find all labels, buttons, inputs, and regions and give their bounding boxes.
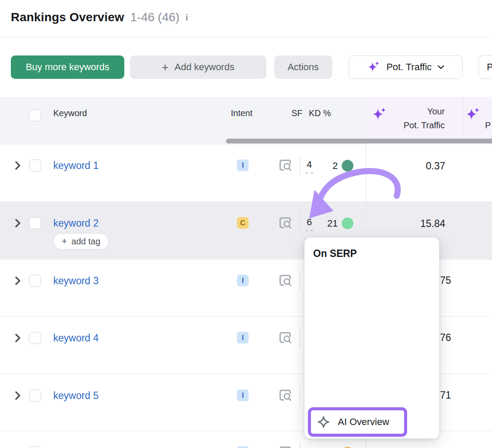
row-checkbox[interactable] <box>29 390 41 402</box>
row-checkbox[interactable] <box>29 159 41 172</box>
pot-traffic-value: 0.37 <box>366 160 445 172</box>
serp-features-icon[interactable] <box>279 217 292 229</box>
kd-difficulty-dot <box>342 160 353 172</box>
expand-chevron-icon[interactable] <box>14 333 21 343</box>
plus-icon: + <box>62 237 67 246</box>
intent-badge: C <box>237 217 249 229</box>
column-header-intent[interactable]: Intent <box>231 108 252 118</box>
column-header-your[interactable]: Your <box>366 107 445 117</box>
cell-divider <box>300 442 300 448</box>
keyword-link[interactable]: keyword 2 <box>53 218 99 229</box>
intent-badge: I <box>237 275 249 286</box>
ai-sparkles-icon <box>366 60 381 75</box>
keyword-link[interactable]: keyword 4 <box>53 332 99 344</box>
buy-more-keywords-button[interactable]: Buy more keywords <box>11 55 124 79</box>
row-checkbox[interactable] <box>29 275 41 287</box>
info-icon[interactable]: i <box>185 12 188 23</box>
ai-overview-icon <box>317 416 330 429</box>
kd-difficulty-dot <box>342 218 353 229</box>
column-divider <box>366 144 366 201</box>
kd-value: 21 <box>316 218 338 229</box>
pot-traffic-dropdown[interactable]: Pot. Traffic <box>349 55 463 79</box>
popup-heading: On SERP <box>313 248 357 260</box>
serp-features-icon[interactable] <box>279 331 292 344</box>
serp-features-icon[interactable] <box>279 446 292 448</box>
intent-badge: I <box>237 159 249 171</box>
select-all-checkbox[interactable] <box>29 109 41 121</box>
column-header-partial[interactable]: P <box>485 120 491 130</box>
serp-features-icon[interactable] <box>279 159 292 171</box>
rankings-overview-page: Rankings Overview 1-46 (46) i Buy more k… <box>0 0 492 448</box>
pot-traffic-value-partial: 71 <box>440 390 451 401</box>
keyword-link[interactable]: keyword 5 <box>53 390 99 402</box>
row-checkbox[interactable] <box>29 217 41 229</box>
pot-traffic-label: Pot. Traffic <box>386 62 432 73</box>
expand-chevron-icon[interactable] <box>14 160 21 171</box>
menu-item-label: AI Overview <box>338 416 389 428</box>
result-range: 1-46 (46) <box>130 10 180 24</box>
plus-icon: + <box>162 62 168 73</box>
cell-divider <box>300 270 300 291</box>
row-checkbox[interactable] <box>29 332 41 344</box>
column-header-keyword[interactable]: Keyword <box>53 108 87 118</box>
keyword-link[interactable]: keyword 3 <box>53 275 99 287</box>
add-tag-label: add tag <box>71 237 100 247</box>
menu-item-ai-overview[interactable]: AI Overview <box>308 407 407 437</box>
add-keywords-button[interactable]: + Add keywords <box>130 55 266 79</box>
expand-chevron-icon[interactable] <box>14 276 21 286</box>
serp-features-icon[interactable] <box>279 389 292 401</box>
cell-divider <box>300 155 300 176</box>
add-keywords-label: Add keywords <box>175 62 234 73</box>
cell-divider <box>300 213 300 234</box>
intent-badge: I <box>237 332 249 344</box>
add-tag-button[interactable]: + add tag <box>53 233 109 250</box>
pot-traffic-value-partial: 76 <box>440 332 451 344</box>
column-header-kd[interactable]: KD % <box>309 108 331 118</box>
table-row: keyword 1 I 4 2 0.37 <box>0 144 492 202</box>
sf-count[interactable]: 9 <box>305 446 313 448</box>
intent-badge: I <box>237 390 249 401</box>
kd-value: 2 <box>316 160 338 172</box>
keyword-link[interactable]: keyword 1 <box>53 160 99 172</box>
column-header-your-pot-traffic[interactable]: Pot. Traffic <box>366 120 445 130</box>
title-bar: Rankings Overview 1-46 (46) i <box>0 0 492 37</box>
expand-chevron-icon[interactable] <box>14 390 21 401</box>
ai-sparkles-icon <box>464 106 482 123</box>
partial-right-button[interactable]: P <box>479 55 492 79</box>
horizontal-scrollbar[interactable] <box>226 139 492 143</box>
intent-badge: I <box>237 446 249 448</box>
expand-chevron-icon[interactable] <box>14 218 21 228</box>
sf-count[interactable]: 4 <box>305 159 313 173</box>
actions-button[interactable]: Actions <box>274 55 332 79</box>
cell-divider <box>300 385 300 406</box>
pot-traffic-value-partial: 75 <box>440 275 451 286</box>
pot-traffic-value: 15.84 <box>366 218 445 230</box>
serp-features-icon[interactable] <box>279 274 292 286</box>
column-header-sf[interactable]: SF <box>291 108 303 118</box>
page-title: Rankings Overview <box>11 10 124 24</box>
row-checkbox[interactable] <box>29 446 41 448</box>
cell-divider <box>300 328 300 348</box>
sf-count[interactable]: 6 <box>305 217 313 231</box>
chevron-down-icon <box>437 63 445 71</box>
